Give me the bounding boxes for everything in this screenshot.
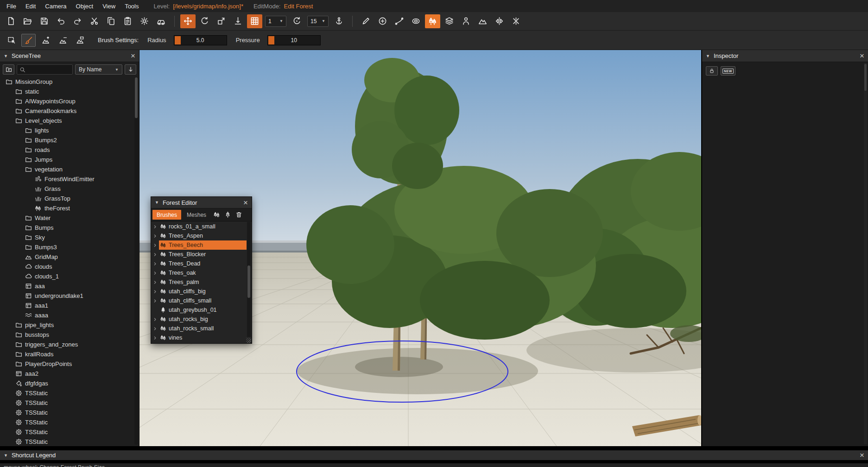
radius-slider[interactable]: 5.0 [174, 35, 227, 45]
tree-item-aaaa[interactable]: aaaa [0, 310, 133, 320]
redo-button[interactable] [70, 14, 85, 28]
tree-item-TSStatic[interactable]: TSStatic [0, 437, 133, 446]
tree-item-clouds[interactable]: clouds [0, 262, 133, 271]
tree-item-theForest[interactable]: theForest [0, 203, 133, 213]
rotate-snap-button[interactable] [289, 14, 304, 28]
tree-item-Jumps[interactable]: Jumps [0, 155, 133, 164]
forest-brush-Trees_palm[interactable]: Trees_palm [151, 278, 247, 287]
tree-item-static[interactable]: static [0, 87, 133, 96]
cut-button[interactable] [87, 14, 102, 28]
paste-button[interactable] [120, 14, 135, 28]
forest-brush-Trees_Blocker[interactable]: Trees_Blocker [151, 250, 247, 259]
tree-item-MissionGroup[interactable]: MissionGroup [0, 77, 133, 87]
new-file-button[interactable] [3, 14, 19, 28]
tree-item-Bumps2[interactable]: Bumps2 [0, 135, 133, 145]
resize-grip[interactable] [246, 338, 251, 343]
expander-icon[interactable] [151, 243, 159, 247]
tree-item-roads[interactable]: roads [0, 145, 133, 155]
collapse-icon[interactable]: ▼ [4, 453, 8, 458]
open-file-button[interactable] [20, 14, 35, 28]
forest-brush-utah_greybush_01[interactable]: utah_greybush_01 [151, 305, 247, 315]
tree-item-TSStatic[interactable]: TSStatic [0, 388, 133, 398]
tree-item-TSStatic[interactable]: TSStatic [0, 398, 133, 408]
marquee-select-button[interactable] [4, 34, 19, 47]
tree-item-ForestWindEmitter[interactable]: ForestWindEmitter [0, 174, 133, 184]
expander-icon[interactable] [151, 262, 159, 266]
expander-icon[interactable] [151, 280, 159, 284]
save-button[interactable] [37, 14, 52, 28]
forest-brush-Trees_Dead[interactable]: Trees_Dead [151, 259, 247, 268]
terrain-tool-button[interactable] [475, 14, 490, 28]
tab-meshes[interactable]: Meshes [183, 210, 210, 220]
terrain-area-select-button[interactable] [73, 34, 87, 47]
tree-item-TSStatic[interactable]: TSStatic [0, 417, 133, 427]
terrain-raise-button[interactable] [38, 34, 53, 47]
scene-tree-header[interactable]: ▼ SceneTree × [0, 50, 139, 62]
tree-item-dfgfdgas[interactable]: dfgfdgas [0, 379, 133, 388]
tree-item-GridMap[interactable]: GridMap [0, 252, 133, 262]
tree-item-aaa1[interactable]: aaa1 [0, 301, 133, 310]
mesh-road-tool-button[interactable] [408, 14, 424, 28]
lock-button[interactable] [706, 66, 718, 76]
tree-item-Bumps3[interactable]: Bumps3 [0, 242, 133, 252]
pivot-tool-button[interactable] [331, 14, 347, 28]
forest-brush-vines[interactable]: vines [151, 333, 247, 342]
draw-tool-button[interactable] [358, 14, 374, 28]
forest-brush-utah_rocks_small[interactable]: utah_rocks_small [151, 324, 247, 333]
expander-icon[interactable] [151, 290, 159, 294]
search-input[interactable] [28, 66, 70, 73]
menu-file[interactable]: File [2, 0, 21, 12]
undo-button[interactable] [53, 14, 69, 28]
tab-brushes[interactable]: Brushes [152, 210, 181, 220]
tree-item-triggers_and_zones[interactable]: triggers_and_zones [0, 340, 133, 349]
layers-tool-button[interactable] [442, 14, 457, 28]
forest-editor-header[interactable]: ▼ Forest Editor × [151, 197, 252, 208]
scrollbar-thumb[interactable] [135, 77, 138, 118]
tree-item-TSStatic[interactable]: TSStatic [0, 408, 133, 417]
pressure-slider[interactable]: 10 [267, 35, 321, 45]
vehicle-button[interactable] [153, 14, 169, 28]
tree-item-clouds_1[interactable]: clouds_1 [0, 271, 133, 281]
level-path[interactable]: [/levels/gridmap/info.json]* [173, 3, 243, 10]
inspector-scrollbar[interactable] [864, 63, 867, 444]
symmetry-tool-button[interactable] [492, 14, 507, 28]
tree-item-Bumps[interactable]: Bumps [0, 223, 133, 233]
tree-item-Grass[interactable]: Grass [0, 184, 133, 194]
forest-brush-utah_rocks_big[interactable]: utah_rocks_big [151, 315, 247, 324]
inspector-header[interactable]: ▼ Inspector × [702, 50, 868, 62]
add-brush-group-button[interactable] [212, 210, 221, 220]
new-button[interactable]: NEW [721, 66, 735, 76]
expander-icon[interactable] [151, 234, 159, 238]
tree-item-aaa2[interactable]: aaa2 [0, 369, 133, 379]
tree-item-PlayerDropPoints[interactable]: PlayerDropPoints [0, 359, 133, 369]
paint-brush-button[interactable] [21, 34, 36, 47]
menu-edit[interactable]: Edit [21, 0, 40, 12]
tree-item-aaa[interactable]: aaa [0, 281, 133, 291]
tree-item-Sky[interactable]: Sky [0, 233, 133, 242]
collapse-icon[interactable]: ▼ [4, 54, 8, 58]
spline-tool-button[interactable] [392, 14, 407, 28]
filter-select[interactable]: By Name ▼ [75, 64, 122, 75]
shortcut-legend-bar[interactable]: ▼ Shortcut Legend × [0, 450, 868, 460]
tree-item-krallRoads[interactable]: krallRoads [0, 349, 133, 359]
expander-icon[interactable] [151, 271, 159, 275]
scrollbar-thumb[interactable] [864, 64, 867, 91]
expander-icon[interactable] [151, 336, 159, 340]
expander-icon[interactable] [151, 225, 159, 229]
tree-item-undergroundlake1[interactable]: undergroundlake1 [0, 291, 133, 301]
forest-brush-rocks_01_a_small[interactable]: rocks_01_a_small [151, 222, 247, 231]
expander-icon[interactable] [151, 327, 159, 331]
add-object-button[interactable] [375, 14, 390, 28]
expander-icon[interactable] [151, 317, 159, 322]
scrollbar-thumb[interactable] [247, 265, 250, 297]
expand-down-button[interactable] [125, 64, 136, 75]
character-tool-button[interactable] [458, 14, 474, 28]
expander-icon[interactable] [151, 299, 159, 303]
scene-tree-scrollbar[interactable] [134, 77, 138, 445]
snap-size-select[interactable]: 1▼ [265, 16, 286, 27]
add-group-button[interactable] [3, 64, 14, 75]
forest-list-scrollbar[interactable] [247, 222, 251, 337]
close-icon[interactable]: × [131, 52, 135, 60]
tree-item-pipe_lights[interactable]: pipe_lights [0, 320, 133, 330]
tree-item-lights[interactable]: lights [0, 126, 133, 135]
